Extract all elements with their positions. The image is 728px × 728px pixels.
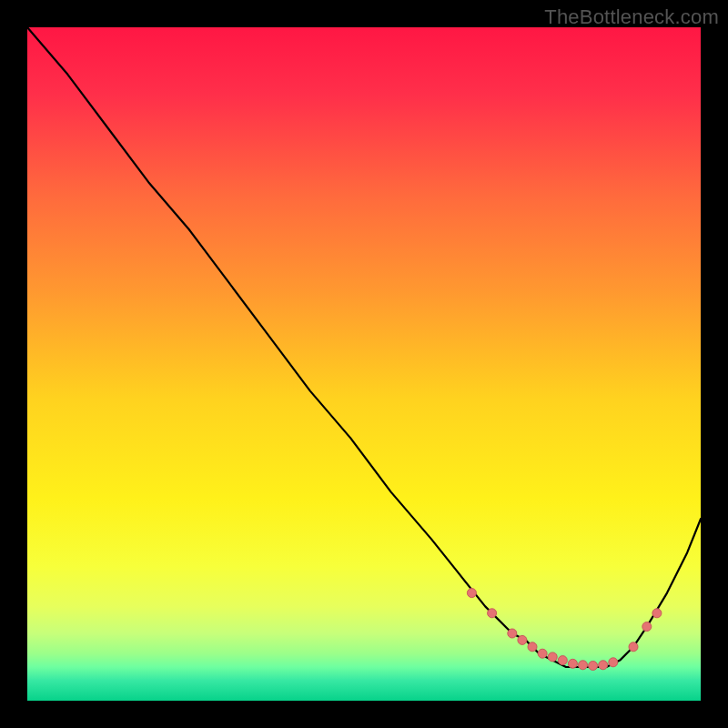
curve-marker xyxy=(568,659,577,668)
curve-marker xyxy=(508,629,517,638)
curve-marker xyxy=(642,622,652,632)
curve-marker xyxy=(579,661,588,670)
curve-marker xyxy=(548,652,557,662)
chart-stage: TheBottleneck.com xyxy=(0,0,728,728)
curve-marker xyxy=(558,656,567,665)
curve-marker xyxy=(528,642,537,652)
curve-marker xyxy=(629,642,638,652)
curve-marker xyxy=(538,649,547,658)
curve-marker xyxy=(589,662,598,671)
curve-marker xyxy=(518,635,527,644)
curve-marker xyxy=(652,609,662,618)
bottleneck-chart xyxy=(27,27,701,701)
curve-marker xyxy=(488,609,497,618)
curve-marker xyxy=(609,658,618,667)
watermark-text: TheBottleneck.com xyxy=(544,5,719,29)
curve-marker xyxy=(467,589,476,598)
plot-background xyxy=(27,27,701,701)
curve-marker xyxy=(599,661,608,670)
